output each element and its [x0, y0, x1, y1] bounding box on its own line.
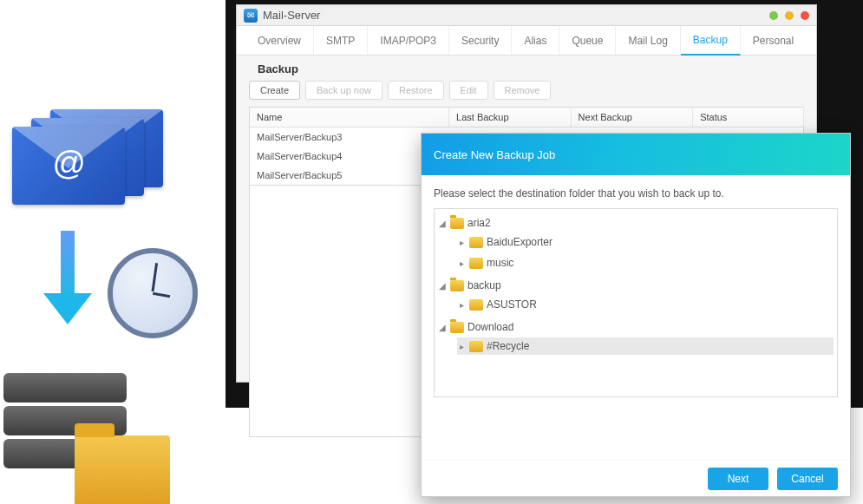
tree-expand-icon[interactable]: ▸: [457, 238, 466, 247]
modal-title[interactable]: Create New Backup Job: [422, 134, 850, 175]
tab-backup[interactable]: Backup: [681, 27, 741, 56]
folder-icon: [469, 258, 483, 269]
restore-button[interactable]: Restore: [388, 81, 444, 100]
window-title: Mail-Server: [263, 9, 320, 22]
tree-collapse-icon[interactable]: ◢: [438, 323, 447, 332]
cell-name: MailServer/Backup3: [250, 128, 449, 147]
create-backup-modal: Create New Backup Job Please select the …: [421, 133, 851, 497]
tree-item-aria2[interactable]: ◢ aria2: [438, 214, 834, 232]
tab-mail-log[interactable]: Mail Log: [616, 26, 680, 55]
tree-collapse-icon[interactable]: ◢: [438, 281, 447, 291]
window-titlebar[interactable]: ✉ Mail-Server: [237, 5, 816, 26]
cell-name: MailServer/Backup5: [250, 166, 449, 186]
tree-item-music[interactable]: ▸ music: [457, 254, 834, 272]
col-status[interactable]: Status: [693, 108, 804, 128]
folder-open-icon: [450, 322, 464, 333]
destination-folder-tree[interactable]: ◢ aria2 ▸ BaiduExporter ▸ mu: [434, 208, 838, 397]
tree-item-recycle[interactable]: ▸ #Recycle: [457, 337, 834, 355]
folder-icon: [469, 299, 483, 311]
edit-button[interactable]: Edit: [449, 81, 488, 100]
backup-toolbar: Create Back up now Restore Edit Remove: [249, 81, 804, 100]
folder-icon: [469, 237, 483, 248]
cancel-button[interactable]: Cancel: [777, 468, 838, 490]
remove-button[interactable]: Remove: [494, 81, 552, 100]
mail-envelopes-illustration: @: [7, 109, 177, 206]
tree-collapse-icon[interactable]: ◢: [438, 219, 447, 228]
tree-item-asustor[interactable]: ▸ ASUSTOR: [457, 296, 834, 313]
backup-now-button[interactable]: Back up now: [305, 81, 382, 100]
tab-alias[interactable]: Alias: [512, 26, 559, 55]
down-arrow-illustration: [43, 231, 92, 326]
clock-illustration: [108, 248, 198, 338]
modal-instruction: Please select the destination folder tha…: [434, 187, 838, 200]
col-last[interactable]: Last Backup: [449, 108, 572, 128]
tab-personal[interactable]: Personal: [741, 26, 806, 55]
tree-item-download[interactable]: ◢ Download: [438, 318, 834, 336]
tree-item-backup[interactable]: ◢ backup: [438, 277, 834, 294]
col-next[interactable]: Next Backup: [571, 108, 693, 128]
folder-icon: [469, 341, 483, 352]
mail-server-icon: ✉: [244, 9, 258, 23]
tab-smtp[interactable]: SMTP: [314, 26, 368, 55]
tree-expand-icon[interactable]: ▸: [457, 300, 466, 310]
tab-overview[interactable]: Overview: [245, 26, 314, 55]
tree-expand-icon[interactable]: ▸: [457, 342, 466, 351]
server-folder-illustration: [3, 373, 127, 494]
section-title: Backup: [258, 62, 804, 75]
cell-name: MailServer/Backup4: [250, 147, 449, 166]
col-name[interactable]: Name: [250, 108, 449, 128]
tree-item-baiduExporter[interactable]: ▸ BaiduExporter: [457, 233, 834, 251]
window-minimize-icon[interactable]: [769, 11, 778, 20]
tab-imap-pop3[interactable]: IMAP/POP3: [368, 26, 449, 55]
main-tabs: Overview SMTP IMAP/POP3 Security Alias Q…: [237, 26, 816, 56]
folder-open-icon: [450, 280, 464, 291]
next-button[interactable]: Next: [708, 468, 768, 490]
tree-expand-icon[interactable]: ▸: [457, 259, 466, 268]
folder-open-icon: [450, 218, 464, 229]
window-close-icon[interactable]: [801, 11, 809, 20]
create-button[interactable]: Create: [249, 81, 300, 100]
window-maximize-icon[interactable]: [785, 11, 794, 20]
tab-security[interactable]: Security: [449, 26, 512, 55]
tab-queue[interactable]: Queue: [559, 26, 616, 55]
